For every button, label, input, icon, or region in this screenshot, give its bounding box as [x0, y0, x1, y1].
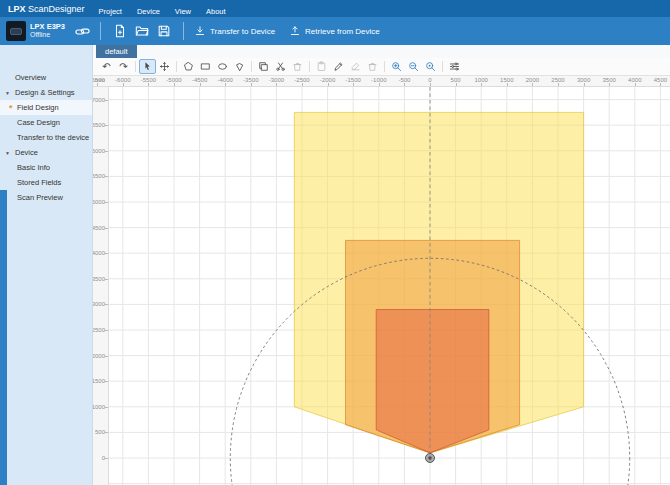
zoom-in-icon	[391, 61, 402, 72]
menu-device[interactable]: Device	[137, 7, 160, 16]
connect-device-button[interactable]	[73, 21, 91, 41]
copy-tool-button[interactable]	[255, 59, 272, 74]
ruler-y-label: 1000	[93, 404, 105, 410]
ruler-tick	[379, 83, 380, 86]
tab-default[interactable]: default	[96, 45, 137, 58]
sidebar-item-basic-info[interactable]: Basic Info	[0, 160, 92, 175]
ruler-tick	[507, 83, 508, 86]
delete-icon	[292, 61, 303, 72]
paste-tool-button[interactable]	[313, 59, 330, 74]
undo-tool-button[interactable]: ↶	[98, 59, 115, 74]
tune-tool-button[interactable]	[446, 59, 463, 74]
ruler-tick	[148, 83, 149, 86]
ruler-tick	[105, 176, 108, 177]
sidebar-item-field-design[interactable]: *Field Design	[0, 100, 92, 115]
polygon-tool-button[interactable]	[180, 59, 197, 74]
sidebar-item-case-design[interactable]: Case Design	[0, 115, 92, 130]
chevron-down-icon: ▼	[5, 150, 10, 156]
zoom-reset-tool-button[interactable]	[422, 59, 439, 74]
menu-view[interactable]: View	[175, 7, 191, 16]
save-project-button[interactable]	[154, 21, 174, 41]
link-icon	[75, 24, 90, 39]
selected-marker-icon: *	[9, 103, 13, 113]
ruler-y-label: 2000	[93, 353, 105, 359]
redo-tool-button[interactable]: ↷	[115, 59, 132, 74]
zoom-in-tool-button[interactable]	[388, 59, 405, 74]
rectangle-icon	[200, 61, 211, 72]
field-canvas-svg[interactable]	[109, 87, 670, 485]
select-icon	[142, 61, 153, 72]
arc-icon	[234, 61, 245, 72]
field-canvas[interactable]	[109, 87, 670, 485]
redo-icon: ↷	[119, 62, 127, 72]
sidebar-nav: Overview▼Design & Settings*Field DesignC…	[0, 70, 92, 205]
ruler-tick	[105, 151, 108, 152]
ruler-tick	[328, 83, 329, 86]
ruler-tick	[430, 83, 431, 86]
move-tool-button[interactable]	[156, 59, 173, 74]
ruler-vertical: 7000650060005500500045004000350030002500…	[93, 87, 109, 485]
ruler-y-label: 3500	[93, 276, 105, 282]
ruler-tick	[353, 83, 354, 86]
rectangle-tool-button[interactable]	[197, 59, 214, 74]
delete-tool-button[interactable]	[289, 59, 306, 74]
ruler-tick	[456, 83, 457, 86]
device-chip[interactable]: LPX E3P3 Offline	[6, 21, 65, 41]
ruler-y-label: 2500	[93, 327, 105, 333]
ruler-tick	[97, 83, 98, 86]
ruler-tick	[105, 228, 108, 229]
ruler-tick	[200, 83, 201, 86]
sidebar-item-device[interactable]: ▼Device	[0, 145, 92, 160]
tune-icon	[449, 61, 460, 72]
select-tool-button[interactable]	[139, 59, 156, 74]
toolbar-separator	[100, 22, 101, 40]
retrieve-from-device-button[interactable]: Retrieve from Device	[289, 25, 380, 37]
ruler-tick	[105, 253, 108, 254]
ruler-tick	[105, 304, 108, 305]
sidebar-item-stored-fields[interactable]: Stored Fields	[0, 175, 92, 190]
sidebar-item-scan-preview[interactable]: Scan Preview	[0, 190, 92, 205]
ruler-tick	[481, 83, 482, 86]
ruler-tick	[635, 83, 636, 86]
sidebar-item-overview[interactable]: Overview	[0, 70, 92, 85]
edit-tool-button[interactable]	[330, 59, 347, 74]
open-project-button[interactable]	[132, 21, 152, 41]
ruler-tick	[105, 356, 108, 357]
eraser-tool-button[interactable]	[347, 59, 364, 74]
scan-designer-window: LPX ScanDesigner ProjectDeviceViewAbout …	[0, 0, 670, 485]
sidebar-item-label: Device	[15, 148, 38, 157]
toolbar-separator	[135, 61, 136, 72]
ruler-tick	[105, 202, 108, 203]
new-project-button[interactable]	[110, 21, 130, 41]
device-model: LPX E3P3	[30, 23, 65, 32]
sidebar-item-transfer-to-the-device[interactable]: Transfer to the device	[0, 130, 92, 145]
menu-project[interactable]: Project	[99, 7, 122, 16]
ruler-tick	[276, 83, 277, 86]
device-status: Offline	[30, 31, 65, 39]
sidebar-item-label: Overview	[15, 73, 46, 82]
retrieve-from-device-label: Retrieve from Device	[305, 27, 380, 36]
ruler-tick	[302, 83, 303, 86]
ruler-y-label: 5000	[93, 199, 105, 205]
clear-tool-button[interactable]	[364, 59, 381, 74]
sidebar-item-label: Basic Info	[17, 163, 50, 172]
toolbar-separator	[442, 61, 443, 72]
transfer-to-device-label: Transfer to Device	[210, 27, 275, 36]
menu-items: ProjectDeviceViewAbout	[99, 0, 241, 18]
undo-icon: ↶	[102, 62, 110, 72]
protective-field[interactable]	[376, 310, 489, 453]
ruler-horizontal: mm-6500-6000-5500-5000-4500-4000-3500-30…	[93, 76, 670, 87]
transfer-to-device-button[interactable]: Transfer to Device	[194, 25, 275, 37]
cut-tool-button[interactable]	[272, 59, 289, 74]
download-icon	[194, 25, 206, 37]
device-lens	[10, 28, 22, 35]
eraser-icon	[350, 61, 361, 72]
arc-tool-button[interactable]	[231, 59, 248, 74]
toolbar-separator	[251, 61, 252, 72]
sidebar-item-design-settings[interactable]: ▼Design & Settings	[0, 85, 92, 100]
zoom-out-tool-button[interactable]	[405, 59, 422, 74]
ruler-y-label: 500	[95, 429, 105, 435]
menu-about[interactable]: About	[206, 7, 226, 16]
ellipse-tool-button[interactable]	[214, 59, 231, 74]
ruler-tick	[174, 83, 175, 86]
